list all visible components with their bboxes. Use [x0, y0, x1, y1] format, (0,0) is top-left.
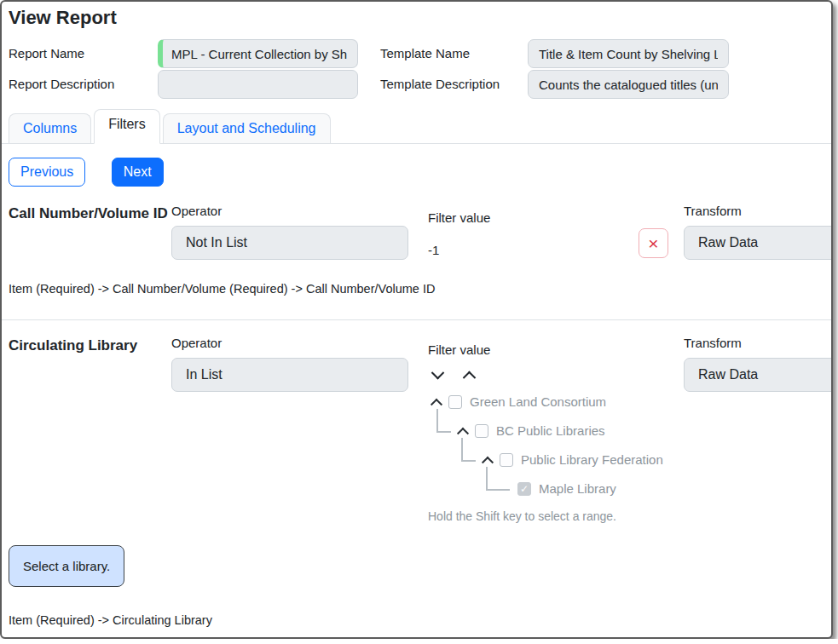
operator-select[interactable]: Not In List	[171, 226, 408, 260]
report-description-label: Report Description	[9, 70, 158, 91]
template-description-input[interactable]	[528, 70, 729, 99]
filter-value: -1	[428, 243, 639, 257]
shift-select-hint: Hold the Shift key to select a range.	[428, 509, 684, 523]
tree-item-label: BC Public Libraries	[496, 423, 605, 438]
filter-value-label: Filter value	[428, 210, 639, 225]
tree-controls	[433, 371, 684, 380]
filter-name: Circulating Library	[9, 336, 171, 354]
filter-section-call-number-volume-id: Call Number/Volume ID Operator Not In Li…	[2, 188, 831, 320]
tree-connector	[461, 438, 476, 462]
view-report-window: View Report Report Name Template Name Re…	[0, 0, 833, 639]
checkbox-public-library-federation[interactable]	[500, 453, 513, 467]
transform-select[interactable]: Raw Data	[684, 358, 833, 392]
wizard-nav: Previous Next	[2, 144, 831, 188]
close-icon: ×	[648, 234, 658, 252]
filter-name: Call Number/Volume ID	[9, 204, 171, 222]
tab-filters[interactable]: Filters	[94, 109, 160, 144]
tree-item-bc-public-libraries: BC Public Libraries	[428, 423, 684, 438]
expand-all-icon[interactable]	[431, 366, 445, 380]
page-title: View Report	[9, 7, 831, 29]
tree-item-label: Green Land Consortium	[470, 394, 606, 409]
report-description-input[interactable]	[158, 70, 358, 99]
collapse-all-icon[interactable]	[463, 371, 477, 385]
checkbox-green-land-consortium[interactable]	[448, 395, 462, 409]
filter-field-path: Item (Required) -> Circulating Library	[9, 613, 831, 627]
tree-item-green-land-consortium: Green Land Consortium	[428, 394, 684, 409]
transform-select[interactable]: Raw Data	[684, 226, 833, 260]
tab-layout-and-scheduling[interactable]: Layout and Scheduling	[163, 113, 331, 143]
operator-label: Operator	[171, 204, 428, 218]
tree-connector	[486, 467, 510, 491]
next-button[interactable]: Next	[112, 158, 164, 187]
select-library-button[interactable]: Select a library.	[9, 545, 124, 587]
operator-label: Operator	[171, 336, 428, 350]
remove-filter-value-button[interactable]: ×	[639, 228, 668, 258]
checkbox-maple-library	[517, 482, 531, 496]
report-name-label: Report Name	[9, 39, 158, 60]
checkbox-bc-public-libraries[interactable]	[475, 424, 488, 438]
tab-columns[interactable]: Columns	[9, 113, 91, 143]
tree-item-public-library-federation: Public Library Federation	[428, 452, 684, 467]
tree-connector	[436, 409, 451, 433]
operator-select[interactable]: In List	[171, 358, 408, 392]
transform-label: Transform	[684, 336, 833, 350]
tree-item-label: Public Library Federation	[521, 452, 663, 467]
tree-item-maple-library: Maple Library	[428, 481, 684, 496]
template-name-label: Template Name	[380, 39, 528, 60]
filter-value-label: Filter value	[428, 342, 684, 357]
template-description-label: Template Description	[380, 70, 528, 91]
tree-item-label: Maple Library	[539, 481, 616, 496]
previous-button[interactable]: Previous	[9, 158, 85, 187]
template-name-input[interactable]	[528, 39, 729, 68]
filter-section-circulating-library: Circulating Library Operator In List Fil…	[2, 320, 831, 634]
filter-field-path: Item (Required) -> Call Number/Volume (R…	[9, 282, 831, 296]
report-header-form: Report Name Template Name Report Descrip…	[2, 39, 831, 99]
report-name-input[interactable]	[158, 39, 358, 68]
tab-bar: Columns Filters Layout and Scheduling	[2, 109, 831, 144]
transform-label: Transform	[684, 204, 833, 218]
